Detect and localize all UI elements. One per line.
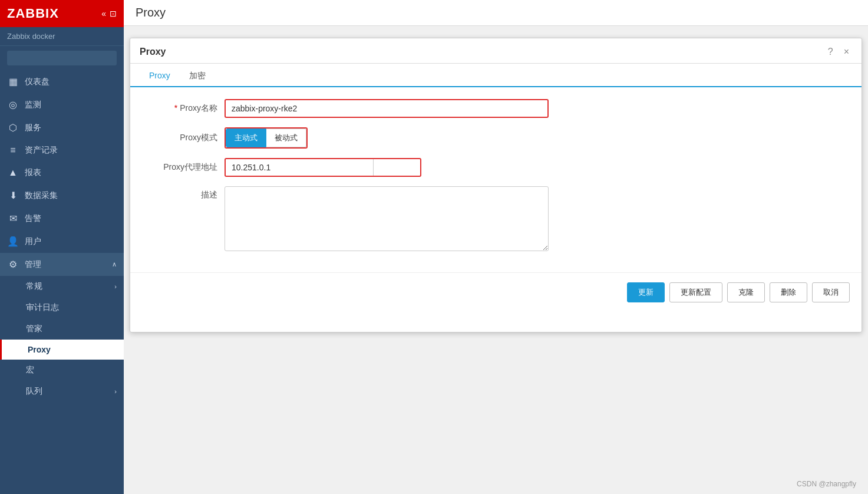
dashboard-icon: ▦	[7, 76, 19, 87]
required-star: *	[174, 103, 177, 113]
alerts-icon: ✉	[7, 213, 19, 224]
sidebar-nav: ▦ 仪表盘 ◎ 监测 ⬡ 服务 ≡ 资产记录 ▲ 报表 ⬇ 数据采集 ✉ 告警 …	[0, 70, 124, 494]
sidebar-search-container	[0, 46, 124, 70]
sidebar-item-dashboard[interactable]: ▦ 仪表盘	[0, 70, 124, 93]
sidebar-subitem-housekeeping-label: 管家	[26, 324, 42, 334]
sidebar-item-users-label: 用户	[25, 236, 41, 247]
proxy-dialog: Proxy ? × Proxy 加密 *	[130, 38, 862, 332]
sidebar-subitem-housekeeping[interactable]: 管家	[0, 318, 124, 340]
sidebar-item-monitoring-label: 监测	[25, 100, 41, 110]
tab-encryption[interactable]: 加密	[180, 66, 215, 87]
inventory-icon: ≡	[7, 145, 19, 156]
sidebar-search-input[interactable]	[7, 51, 117, 65]
sidebar: ZABBIX « ⊡ Zabbix docker ▦ 仪表盘 ◎ 监测 ⬡ 服务…	[0, 0, 124, 494]
proxy-address-label: Proxy代理地址	[148, 162, 225, 173]
sidebar-item-dashboard-label: 仪表盘	[25, 77, 49, 87]
dialog-footer: 更新 更新配置 克隆 删除 取消	[130, 272, 862, 312]
sidebar-subitem-general[interactable]: 常规 ›	[0, 276, 124, 297]
sidebar-logo: ZABBIX « ⊡	[0, 0, 124, 27]
instance-label: Zabbix docker	[0, 27, 124, 46]
admin-icon: ⚙	[7, 259, 19, 270]
sidebar-subitem-macro-label: 宏	[26, 365, 34, 376]
dialog-form: * Proxy名称 Proxy模式 主动式 被动式	[130, 87, 862, 272]
sidebar-item-admin[interactable]: ⚙ 管理 ∧	[0, 253, 124, 276]
monitoring-icon: ◎	[7, 99, 19, 110]
watermark: CSDN @zhangpfly	[797, 480, 856, 488]
sidebar-item-users[interactable]: 👤 用户	[0, 230, 124, 253]
description-row: 描述	[148, 186, 844, 251]
sidebar-item-alerts[interactable]: ✉ 告警	[0, 207, 124, 230]
sidebar-subitem-general-label: 常规	[26, 281, 42, 292]
main-area: Proxy Proxy ? × Proxy 加密	[124, 0, 868, 494]
reports-icon: ▲	[7, 167, 19, 178]
sidebar-subitem-proxy[interactable]: Proxy	[0, 340, 124, 360]
clone-button[interactable]: 克隆	[727, 282, 765, 302]
queue-chevron-icon: ›	[114, 388, 117, 395]
dialog-title: Proxy	[140, 47, 166, 57]
sidebar-item-inventory[interactable]: ≡ 资产记录	[0, 139, 124, 162]
sidebar-item-datacollect[interactable]: ⬇ 数据采集	[0, 184, 124, 207]
sidebar-subitem-audit[interactable]: 审计日志	[0, 297, 124, 318]
sidebar-subitem-macro[interactable]: 宏	[0, 360, 124, 381]
sidebar-item-alerts-label: 告警	[25, 213, 41, 224]
sidebar-item-services[interactable]: ⬡ 服务	[0, 116, 124, 139]
proxy-mode-toggle: 主动式 被动式	[225, 127, 308, 149]
page-title: Proxy	[136, 6, 166, 19]
description-label: 描述	[148, 186, 225, 200]
admin-chevron-icon: ∧	[112, 261, 117, 268]
services-icon: ⬡	[7, 122, 19, 133]
dialog-header: Proxy ? ×	[130, 38, 862, 64]
sidebar-subitem-queue[interactable]: 队列 ›	[0, 381, 124, 402]
proxy-mode-passive-btn[interactable]: 被动式	[266, 129, 306, 147]
update-config-button[interactable]: 更新配置	[669, 282, 722, 302]
sidebar-item-services-label: 服务	[25, 123, 41, 133]
logo-controls: « ⊡	[101, 9, 117, 18]
sidebar-item-admin-label: 管理	[25, 259, 41, 270]
sidebar-item-inventory-label: 资产记录	[25, 145, 58, 156]
cancel-button[interactable]: 取消	[812, 282, 850, 302]
dialog-help-icon[interactable]: ?	[825, 45, 836, 58]
users-icon: 👤	[7, 236, 19, 247]
proxy-mode-label: Proxy模式	[148, 133, 225, 143]
delete-button[interactable]: 删除	[770, 282, 807, 302]
datacollect-icon: ⬇	[7, 190, 19, 201]
sidebar-subitem-audit-label: 审计日志	[26, 302, 59, 313]
sidebar-item-monitoring[interactable]: ◎ 监测	[0, 93, 124, 116]
proxy-address-wrapper	[225, 158, 421, 177]
dialog-controls: ? ×	[825, 45, 852, 58]
sidebar-subitem-queue-label: 队列	[26, 386, 42, 397]
sidebar-item-reports[interactable]: ▲ 报表	[0, 162, 124, 184]
proxy-name-label: * Proxy名称	[148, 103, 225, 114]
proxy-mode-row: Proxy模式 主动式 被动式	[148, 127, 844, 149]
general-chevron-icon: ›	[114, 283, 117, 290]
proxy-address-row: Proxy代理地址	[148, 158, 844, 177]
description-textarea[interactable]	[225, 186, 549, 251]
content-area: Proxy ? × Proxy 加密 *	[124, 26, 868, 494]
sidebar-item-datacollect-label: 数据采集	[25, 190, 58, 201]
update-button[interactable]: 更新	[627, 282, 665, 302]
sidebar-item-reports-label: 报表	[25, 167, 41, 178]
proxy-mode-active-btn[interactable]: 主动式	[226, 129, 266, 147]
logo-text: ZABBIX	[7, 6, 59, 21]
dialog-close-icon[interactable]: ×	[841, 45, 852, 58]
proxy-name-input[interactable]	[225, 99, 549, 118]
expand-icon[interactable]: ⊡	[110, 9, 117, 18]
sidebar-subitem-proxy-label: Proxy	[28, 345, 51, 354]
page-header: Proxy	[124, 0, 868, 26]
proxy-address-input[interactable]	[226, 159, 373, 176]
proxy-name-row: * Proxy名称	[148, 99, 844, 118]
collapse-icon[interactable]: «	[101, 9, 106, 18]
tab-proxy[interactable]: Proxy	[140, 66, 180, 87]
dialog-tabs: Proxy 加密	[130, 66, 862, 87]
proxy-address-port-input[interactable]	[373, 159, 420, 176]
